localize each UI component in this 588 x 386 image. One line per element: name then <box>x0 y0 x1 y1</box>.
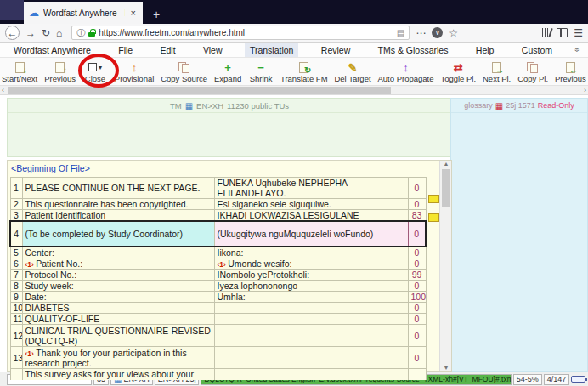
menu-item-wordfast-anywhere[interactable]: Wordfast Anywhere <box>8 43 96 57</box>
toolbar-horizontal-scrollbar[interactable]: ‹ › <box>0 85 588 95</box>
segment-row[interactable]: 3Patient IdentificationIKHADI LOKWAZISA … <box>10 210 426 222</box>
segment-row[interactable]: 11QUALITY-OF-LIFE0 <box>10 314 426 325</box>
tab-title: Wordfast Anywhere - DQLCTQ <box>43 9 125 18</box>
menu-item-edit[interactable]: Edit <box>155 43 181 57</box>
shrink-button[interactable]: −Shrink <box>248 61 274 83</box>
target-cell[interactable] <box>214 369 408 380</box>
home-button[interactable]: ⌂ <box>56 28 62 38</box>
menu-item-tms-glossaries[interactable]: TMs & Glossaries <box>373 43 454 57</box>
source-cell[interactable]: Date: <box>22 292 214 303</box>
browser-tab-active[interactable]: ☁ Wordfast Anywhere - DQLCTQ × <box>24 2 143 24</box>
start-next-button[interactable]: ↓Start/Next <box>2 61 37 83</box>
document-vertical-scrollbar[interactable]: ▲ ▼ <box>439 161 451 371</box>
menu-item-review[interactable]: Review <box>316 43 355 57</box>
source-cell[interactable]: ‹1› Patient No.: <box>22 258 214 270</box>
scroll-right-icon[interactable]: › <box>584 86 586 94</box>
copy-source-button[interactable]: Copy Source <box>161 61 207 83</box>
menu-overflow-chevron-icon[interactable]: « <box>573 48 582 53</box>
expand-button[interactable]: +Expand <box>214 61 241 83</box>
target-cell[interactable]: FUNEKA Uqhubeke NEPHEPHA ELILANDELAYO. <box>214 178 408 199</box>
library-icon[interactable] <box>542 28 551 37</box>
placeable-tag: ‹1› <box>25 349 37 358</box>
note-marker[interactable] <box>428 213 439 222</box>
segment-row[interactable]: 5Center:Iikona:0 <box>10 247 426 258</box>
vscroll-thumb[interactable] <box>442 169 450 207</box>
target-cell[interactable]: IKHADI LOKWAZISA LESIGULANE <box>214 210 408 222</box>
next-pl--button[interactable]: →Next Pl. <box>483 61 511 83</box>
scroll-up-icon[interactable]: ▲ <box>440 161 452 167</box>
auto-propagate-button[interactable]: ↕Auto Propagate <box>377 61 433 83</box>
segment-row[interactable]: 8Study week:Iyeza lophononongo0 <box>10 281 426 292</box>
source-cell[interactable]: Study week: <box>22 281 214 292</box>
target-cell[interactable] <box>214 314 408 325</box>
scroll-down-icon[interactable]: ▼ <box>440 365 452 371</box>
page-actions-icon[interactable]: ⋯ <box>416 28 426 38</box>
source-cell[interactable]: This questionnaire has been copyrighted. <box>22 199 214 210</box>
tab-close-icon[interactable]: × <box>129 8 138 18</box>
forward-button[interactable]: → <box>25 28 36 38</box>
status-position: 4/147 <box>544 374 570 385</box>
previous-button[interactable]: ←Previous <box>555 61 586 83</box>
target-cell[interactable]: ‹1› Umonde wesifo: <box>214 258 408 270</box>
back-button[interactable]: ← <box>5 26 20 40</box>
segment-row[interactable]: 12CLINICAL TRIAL QUESTIONNAIRE-REVISED (… <box>10 325 426 347</box>
source-cell[interactable]: This survey asks for your views about yo… <box>22 369 214 380</box>
target-cell[interactable] <box>214 303 408 314</box>
close-button[interactable]: ▾Close <box>82 61 108 83</box>
scroll-left-icon[interactable]: ‹ <box>2 86 4 94</box>
source-cell[interactable]: DIABETES <box>22 303 214 314</box>
target-cell[interactable] <box>214 347 408 369</box>
note-marker[interactable] <box>428 195 439 203</box>
sidebar-toggle-icon[interactable] <box>557 28 568 37</box>
target-cell[interactable]: INombolo yeProtokholi: <box>214 270 408 281</box>
source-cell[interactable]: CLINICAL TRIAL QUESTIONNAIRE-REVISED (DQ… <box>22 325 214 347</box>
source-cell[interactable]: ‹1› Thank you for your participation in … <box>22 347 214 369</box>
source-cell[interactable]: PLEASE CONTINUE ON THE NEXT PAGE. <box>22 178 214 199</box>
segment-row-active[interactable]: 4(To be completed by Study Coordinator)(… <box>10 221 426 247</box>
segment-row[interactable]: 9Date:Umhla:100 <box>10 292 426 303</box>
copy-pl--button[interactable]: Copy Pl. <box>517 61 548 83</box>
new-tab-button[interactable]: + <box>143 8 170 24</box>
previous-button[interactable]: ↑Previous <box>44 61 76 83</box>
segment-row[interactable]: 6‹1› Patient No.:‹1› Umonde wesifo:0 <box>10 258 426 270</box>
menu-item-file[interactable]: File <box>113 43 138 57</box>
source-cell[interactable]: Center: <box>22 247 214 258</box>
start-next-icon: ↓ <box>15 61 25 74</box>
target-cell[interactable]: Umhla: <box>214 292 408 303</box>
target-cell[interactable]: (Ukugqitywa nguMququzeleli woFundo) <box>214 221 408 247</box>
source-cell[interactable]: Patient Identification <box>22 210 214 222</box>
menu-item-view[interactable]: View <box>198 43 228 57</box>
tm-info: 11230 public TUs <box>227 101 289 111</box>
menu-item-custom[interactable]: Custom <box>517 43 557 57</box>
target-cell[interactable]: Iyeza lophononongo <box>214 281 408 292</box>
segment-row[interactable]: 7Protocol No.:INombolo yeProtokholi:99 <box>10 270 426 281</box>
menu-item-help[interactable]: Help <box>471 43 500 57</box>
pocket-icon[interactable]: ∨ <box>432 27 443 38</box>
segment-row[interactable]: This survey asks for your views about yo… <box>10 369 426 380</box>
source-cell[interactable]: Protocol No.: <box>22 270 214 281</box>
segment-row[interactable]: 2This questionnaire has been copyrighted… <box>10 199 426 210</box>
del-target-button[interactable]: ✎Del Target <box>334 61 370 83</box>
source-cell[interactable]: QUALITY-OF-LIFE <box>22 314 214 325</box>
provisional-button[interactable]: ↕Provisional <box>115 61 154 83</box>
tool-label: Close <box>85 74 105 83</box>
hscroll-thumb[interactable] <box>8 87 391 94</box>
target-cell[interactable]: Iikona: <box>214 247 408 258</box>
glossary-label: glossary <box>464 101 493 110</box>
segment-row[interactable]: 13‹1› Thank you for your participation i… <box>10 347 426 369</box>
refresh-button[interactable]: ↻ <box>42 28 50 38</box>
hamburger-menu-icon[interactable]: ☰ <box>574 28 583 38</box>
target-cell[interactable]: Esi siganeko sele siguqulwe. <box>214 199 408 210</box>
url-bar[interactable]: ⓘ https://www.freetm.com/anywhere.html ▤ <box>71 26 410 40</box>
translate-fm-button[interactable]: ↻Translate FM <box>280 61 328 83</box>
bookmark-star-icon[interactable]: ☆ <box>449 28 458 38</box>
site-info-icon[interactable]: ⓘ <box>76 27 85 39</box>
url-text[interactable]: https://www.freetm.com/anywhere.html <box>99 28 393 37</box>
toggle-pl--button[interactable]: ⇄Toggle Pl. <box>440 61 476 83</box>
segment-row[interactable]: 10DIABETES0 <box>10 303 426 314</box>
reader-mode-icon[interactable]: ▤ <box>397 28 404 37</box>
menu-item-translation[interactable]: Translation <box>245 43 299 57</box>
source-cell[interactable]: (To be completed by Study Coordinator) <box>22 221 214 247</box>
segment-row[interactable]: 1PLEASE CONTINUE ON THE NEXT PAGE.FUNEKA… <box>10 178 426 199</box>
target-cell[interactable] <box>214 325 408 347</box>
